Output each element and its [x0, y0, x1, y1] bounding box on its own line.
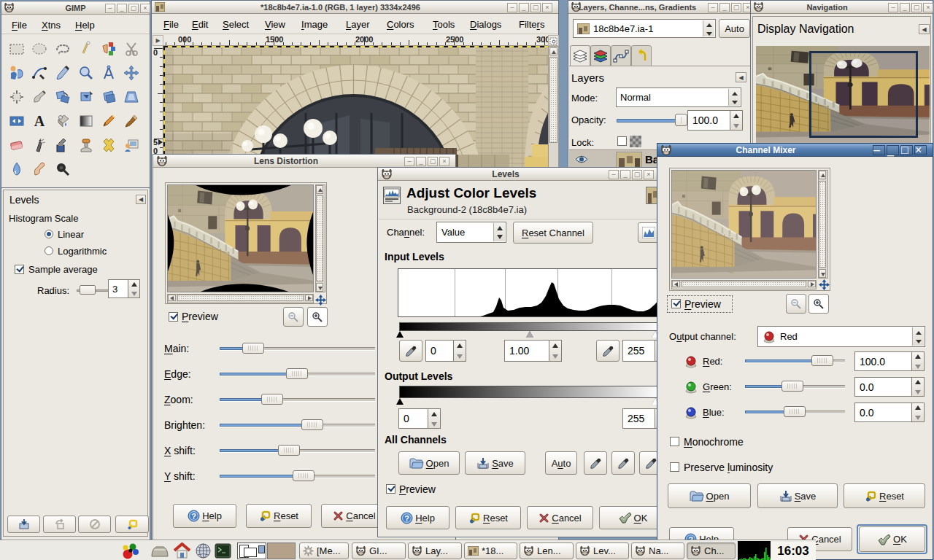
- svg-text:A: A: [34, 113, 45, 129]
- svg-text:?: ?: [404, 513, 409, 522]
- svg-text:?: ?: [191, 512, 196, 521]
